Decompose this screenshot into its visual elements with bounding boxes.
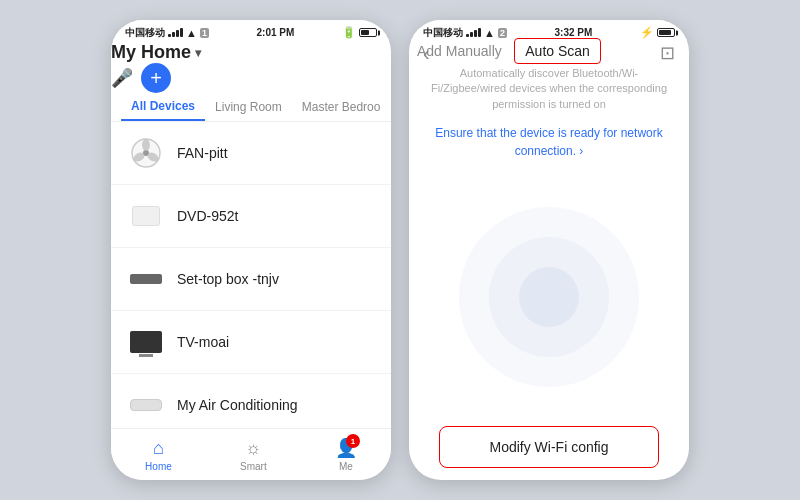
scan-circle-outer	[459, 207, 639, 387]
ensure-text: Ensure that the device is ready for netw…	[435, 126, 662, 158]
ac-icon	[127, 386, 165, 424]
fan-icon	[127, 134, 165, 172]
back-button[interactable]: ‹	[423, 42, 430, 65]
home-title-text: My Home	[111, 42, 191, 63]
nav-home-label: Home	[145, 461, 172, 472]
tv-icon	[127, 323, 165, 361]
status-bar-1: 中国移动 ▲ 1 2:01 PM 🔋	[111, 20, 391, 42]
status-right-1: 🔋	[342, 26, 377, 39]
scan-visual	[409, 168, 689, 426]
tab-living-room[interactable]: Living Room	[205, 94, 292, 120]
scan-icon[interactable]: ⊡	[660, 42, 675, 64]
device-name-ac: My Air Conditioning	[177, 397, 298, 413]
status-right-2: ⚡	[640, 26, 675, 39]
add-button[interactable]: +	[141, 63, 171, 93]
nav-smart[interactable]: ☼ Smart	[240, 438, 267, 472]
me-badge: 1	[346, 434, 360, 448]
carrier-2: 中国移动	[423, 26, 463, 40]
scan-circle-mid	[489, 237, 609, 357]
nav-smart-label: Smart	[240, 461, 267, 472]
smart-nav-icon: ☼	[245, 438, 262, 459]
app-header-1: My Home ▾ 🎤 +	[111, 42, 391, 93]
time-2: 3:32 PM	[555, 27, 593, 38]
modify-wifi-button[interactable]: Modify Wi-Fi config	[439, 426, 659, 468]
signal-bars-2	[466, 28, 481, 37]
status-left-2: 中国移动 ▲ 2	[423, 26, 507, 40]
device-item-tv[interactable]: TV-moai	[111, 311, 391, 374]
battery-low-icon: 🔋	[342, 26, 356, 39]
device-item-fan[interactable]: FAN-pitt	[111, 122, 391, 185]
nav-home[interactable]: ⌂ Home	[145, 438, 172, 472]
nav-me[interactable]: 👤 1 Me	[335, 437, 357, 472]
device-name-fan: FAN-pitt	[177, 145, 228, 161]
battery-1	[359, 28, 377, 37]
battery-2	[657, 28, 675, 37]
signal-bars-1	[168, 28, 183, 37]
tab-more-icon[interactable]: ···	[390, 93, 391, 121]
ensure-arrow: ›	[579, 144, 583, 158]
badge-1: 1	[200, 28, 209, 38]
header-icons: 🎤 +	[111, 63, 391, 93]
wifi-icon-1: ▲	[186, 27, 197, 39]
device-list: FAN-pitt DVD-952t Set-top box -tnjv	[111, 122, 391, 428]
wifi-icon-2: ▲	[484, 27, 495, 39]
home-nav-icon: ⌂	[153, 438, 164, 459]
device-item-stb[interactable]: Set-top box -tnjv	[111, 248, 391, 311]
device-name-dvd: DVD-952t	[177, 208, 238, 224]
badge-2: 2	[498, 28, 507, 38]
mic-icon[interactable]: 🎤	[111, 67, 133, 89]
device-name-tv: TV-moai	[177, 334, 229, 350]
nav-me-label: Me	[339, 461, 353, 472]
stb-icon	[127, 260, 165, 298]
auto-scan-description: Automatically discover Bluetooth/Wi-Fi/Z…	[409, 60, 689, 120]
charging-icon: ⚡	[640, 26, 654, 39]
status-left-1: 中国移动 ▲ 1	[125, 26, 209, 40]
chevron-down-icon: ▾	[195, 46, 201, 60]
app-header-2: ‹ Add Manually Auto Scan ⊡	[409, 42, 689, 60]
phones-container: 中国移动 ▲ 1 2:01 PM 🔋 My Home	[111, 20, 689, 480]
phone-1: 中国移动 ▲ 1 2:01 PM 🔋 My Home	[111, 20, 391, 480]
time-1: 2:01 PM	[257, 27, 295, 38]
tab-master-bedroom[interactable]: Master Bedroo	[292, 94, 391, 120]
phone-2: 中国移动 ▲ 2 3:32 PM ⚡ ‹ Add Manua	[409, 20, 689, 480]
device-item-dvd[interactable]: DVD-952t	[111, 185, 391, 248]
carrier-1: 中国移动	[125, 26, 165, 40]
device-name-stb: Set-top box -tnjv	[177, 271, 279, 287]
svg-point-2	[142, 139, 150, 151]
ensure-link[interactable]: Ensure that the device is ready for netw…	[409, 120, 689, 168]
home-title[interactable]: My Home ▾	[111, 42, 391, 63]
scan-circle-inner	[519, 267, 579, 327]
device-item-ac[interactable]: My Air Conditioning	[111, 374, 391, 428]
bottom-nav: ⌂ Home ☼ Smart 👤 1 Me	[111, 428, 391, 480]
tabs-bar: All Devices Living Room Master Bedroo ··…	[111, 93, 391, 122]
tab-all-devices[interactable]: All Devices	[121, 93, 205, 121]
dvd-icon	[127, 197, 165, 235]
